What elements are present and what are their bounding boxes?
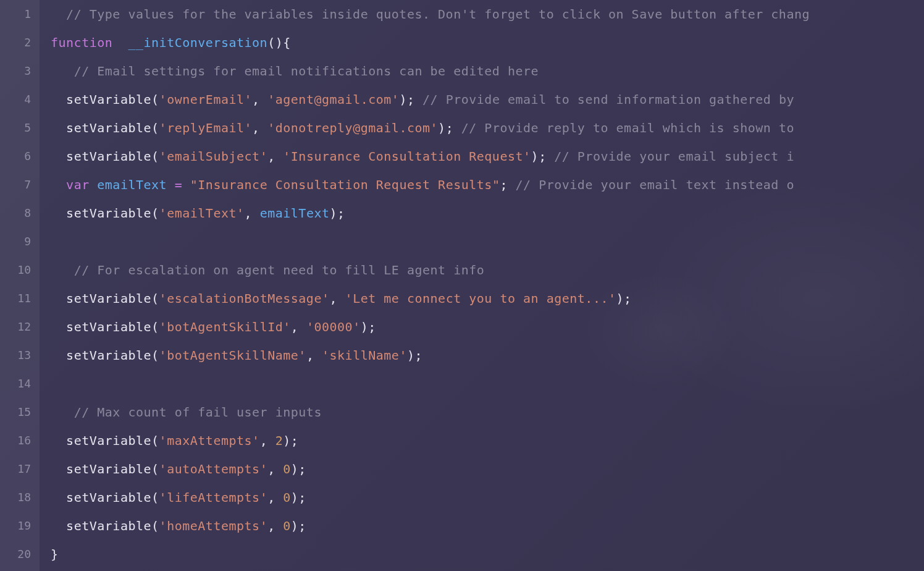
line-number: 3 bbox=[0, 57, 31, 85]
code-area[interactable]: // Type values for the variables inside … bbox=[40, 0, 924, 571]
close-paren: ) bbox=[531, 149, 539, 164]
string-arg: 'agent@gmail.com' bbox=[267, 92, 399, 107]
comment-text: // For escalation on agent need to fill … bbox=[74, 263, 485, 277]
comment-text: // Provide your email subject i bbox=[547, 149, 794, 164]
line-number: 2 bbox=[0, 28, 31, 57]
call-name: setVariable bbox=[66, 433, 151, 448]
semicolon: ; bbox=[368, 319, 376, 334]
open-paren: ( bbox=[151, 348, 159, 363]
code-line[interactable]: setVariable('homeAttempts', 0); bbox=[51, 512, 924, 540]
close-paren: ) bbox=[291, 462, 299, 476]
code-editor[interactable]: 1 2 3 4 5 6 7 8 9 10 11 12 13 14 15 16 1… bbox=[0, 0, 924, 571]
space bbox=[182, 177, 190, 192]
comma: , bbox=[330, 291, 345, 306]
close-brace: } bbox=[51, 547, 59, 562]
comment-text: // Max count of fail user inputs bbox=[74, 405, 322, 420]
semicolon: ; bbox=[298, 490, 306, 505]
indent bbox=[51, 92, 66, 107]
call-name: setVariable bbox=[66, 121, 151, 135]
string-arg: 'skillName' bbox=[322, 348, 407, 363]
comment-text: // Provide your email text instead o bbox=[508, 177, 794, 192]
line-number-gutter: 1 2 3 4 5 6 7 8 9 10 11 12 13 14 15 16 1… bbox=[0, 0, 40, 571]
string-arg: 'Let me connect you to an agent...' bbox=[345, 291, 616, 306]
code-line[interactable]: setVariable('emailSubject', 'Insurance C… bbox=[51, 142, 924, 171]
indent bbox=[51, 462, 66, 476]
open-paren: ( bbox=[151, 462, 159, 476]
function-name: __initConversation bbox=[128, 35, 267, 50]
line-number: 7 bbox=[0, 171, 31, 199]
semicolon: ; bbox=[414, 348, 422, 363]
number-arg: 2 bbox=[275, 433, 284, 448]
line-number: 6 bbox=[0, 142, 31, 171]
comma: , bbox=[245, 206, 260, 221]
code-line[interactable]: setVariable('autoAttempts', 0); bbox=[51, 455, 924, 483]
code-line[interactable]: } bbox=[51, 540, 924, 569]
code-line[interactable]: // For escalation on agent need to fill … bbox=[51, 256, 924, 284]
semicolon: ; bbox=[624, 291, 632, 306]
indent bbox=[51, 263, 74, 277]
indent bbox=[51, 121, 66, 135]
code-line[interactable]: setVariable('lifeAttempts', 0); bbox=[51, 483, 924, 512]
indent bbox=[51, 64, 74, 78]
string-arg: 'maxAttempts' bbox=[159, 433, 260, 448]
open-paren: ( bbox=[151, 92, 159, 107]
close-paren: ) bbox=[283, 433, 291, 448]
code-line[interactable]: // Email settings for email notification… bbox=[51, 57, 924, 85]
close-paren: ) bbox=[399, 92, 407, 107]
line-number: 8 bbox=[0, 199, 31, 227]
close-paren: ) bbox=[291, 518, 299, 533]
number-arg: 0 bbox=[283, 490, 291, 505]
open-paren: ( bbox=[151, 206, 159, 221]
line-number: 18 bbox=[0, 483, 31, 512]
code-line[interactable]: setVariable('ownerEmail', 'agent@gmail.c… bbox=[51, 85, 924, 114]
string-arg: 'escalationBotMessage' bbox=[159, 291, 330, 306]
indent bbox=[51, 348, 66, 363]
open-paren: ( bbox=[151, 319, 159, 334]
semicolon: ; bbox=[291, 433, 299, 448]
call-name: setVariable bbox=[66, 319, 151, 334]
semicolon: ; bbox=[407, 92, 415, 107]
code-line[interactable]: setVariable('replyEmail', 'donotreply@gm… bbox=[51, 114, 924, 142]
comma: , bbox=[267, 490, 283, 505]
line-number: 11 bbox=[0, 284, 31, 313]
code-line[interactable]: setVariable('escalationBotMessage', 'Let… bbox=[51, 284, 924, 313]
code-line[interactable]: setVariable('botAgentSkillId', '00000'); bbox=[51, 313, 924, 341]
semicolon: ; bbox=[446, 121, 454, 135]
line-number: 14 bbox=[0, 370, 31, 398]
indent bbox=[51, 518, 66, 533]
semicolon: ; bbox=[500, 177, 508, 192]
code-line[interactable]: // Max count of fail user inputs bbox=[51, 398, 924, 426]
open-paren: ( bbox=[151, 518, 159, 533]
code-line[interactable] bbox=[51, 370, 924, 398]
open-paren: ( bbox=[151, 490, 159, 505]
line-number: 12 bbox=[0, 313, 31, 341]
string-arg: 'ownerEmail' bbox=[159, 92, 253, 107]
comma: , bbox=[260, 433, 275, 448]
open-paren: ( bbox=[151, 433, 159, 448]
string-arg: 'homeAttempts' bbox=[159, 518, 268, 533]
keyword-var: var bbox=[66, 177, 90, 192]
indent bbox=[51, 177, 66, 192]
code-line[interactable]: // Type values for the variables inside … bbox=[51, 0, 924, 28]
line-number: 17 bbox=[0, 455, 31, 483]
indent bbox=[51, 7, 66, 22]
code-line[interactable]: function __initConversation(){ bbox=[51, 28, 924, 57]
string-arg: 'botAgentSkillId' bbox=[159, 319, 291, 334]
code-line[interactable]: setVariable('emailText', emailText); bbox=[51, 199, 924, 227]
line-number: 16 bbox=[0, 426, 31, 455]
call-name: setVariable bbox=[66, 291, 151, 306]
code-line[interactable]: setVariable('botAgentSkillName', 'skillN… bbox=[51, 341, 924, 370]
close-paren: ) bbox=[407, 348, 415, 363]
code-line[interactable] bbox=[51, 227, 924, 256]
call-name: setVariable bbox=[66, 149, 151, 164]
string-arg: 'replyEmail' bbox=[159, 121, 253, 135]
string-arg: 'autoAttempts' bbox=[159, 462, 268, 476]
comma: , bbox=[252, 92, 267, 107]
indent bbox=[51, 291, 66, 306]
close-paren: ) bbox=[291, 490, 299, 505]
string-arg: '00000' bbox=[306, 319, 361, 334]
code-line[interactable]: setVariable('maxAttempts', 2); bbox=[51, 426, 924, 455]
code-line[interactable]: var emailText = "Insurance Consultation … bbox=[51, 171, 924, 199]
number-arg: 0 bbox=[283, 462, 291, 476]
equals-op: = bbox=[175, 177, 183, 192]
